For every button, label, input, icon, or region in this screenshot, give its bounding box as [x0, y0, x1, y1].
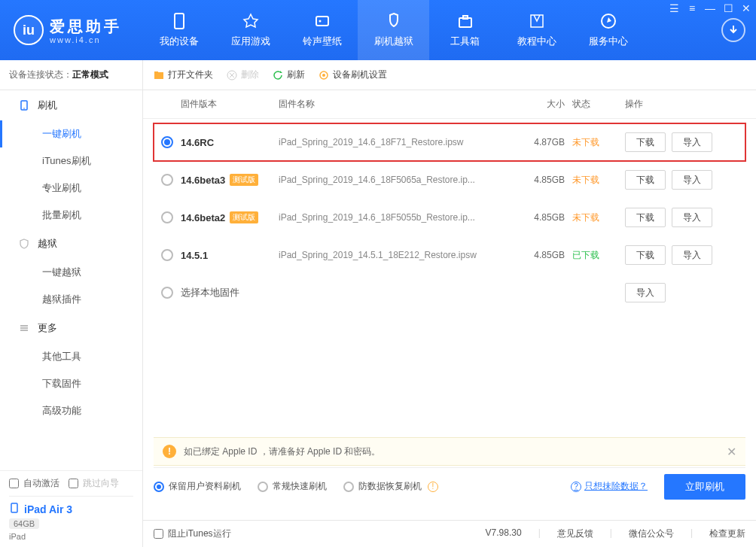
- sidebar-item[interactable]: 专业刷机: [0, 175, 142, 202]
- download-button[interactable]: 下载: [625, 245, 666, 265]
- row-status: 未下载: [572, 211, 625, 224]
- radio-icon[interactable]: [161, 249, 173, 261]
- row-filename: iPad_Spring_2019_14.6_18F5065a_Restore.i…: [279, 175, 512, 185]
- footer: 阻止iTunes运行 V7.98.30 | 意见反馈 | 微信公众号 | 检查更…: [143, 520, 756, 547]
- device-block[interactable]: iPad Air 3 64GB iPad: [9, 496, 133, 541]
- nav-item-3[interactable]: 刷机越狱: [358, 0, 429, 60]
- folder-icon: [154, 70, 164, 81]
- radio-icon[interactable]: [161, 211, 173, 223]
- auto-activate-row: 自动激活 跳过向导: [9, 477, 133, 490]
- row-version: 14.6beta3 测试版: [181, 174, 279, 186]
- refresh-button[interactable]: 刷新: [273, 68, 305, 81]
- table-row[interactable]: 14.6beta3 测试版iPad_Spring_2019_14.6_18F50…: [154, 161, 745, 199]
- menu-icon[interactable]: ☰: [669, 3, 679, 14]
- sidebar-item[interactable]: 一键越狱: [0, 259, 142, 286]
- table-row[interactable]: 14.6RCiPad_Spring_2019_14.6_18F71_Restor…: [154, 123, 745, 161]
- wipe-data-link[interactable]: ? 只想抹除数据？: [571, 480, 648, 493]
- table-row[interactable]: 14.6beta2 测试版iPad_Spring_2019_14.6_18F50…: [154, 199, 745, 236]
- sidebar-group-jailbreak[interactable]: 越狱: [0, 229, 142, 259]
- version-label: V7.98.30: [486, 527, 522, 540]
- svg-point-2: [319, 20, 321, 23]
- sidebar-item[interactable]: 一键刷机: [0, 120, 142, 147]
- option-keep-data[interactable]: 保留用户资料刷机: [154, 480, 241, 493]
- sidebar-group-flash[interactable]: 刷机: [0, 90, 142, 120]
- col-name: 固件名称: [279, 98, 512, 111]
- beta-tag: 测试版: [230, 211, 258, 223]
- device-storage: 64GB: [9, 518, 39, 529]
- block-itunes-checkbox[interactable]: [154, 529, 163, 539]
- warning-text: 如已绑定 Apple ID ，请准备好 Apple ID 和密码。: [184, 445, 380, 458]
- option-normal[interactable]: 常规快速刷机: [258, 480, 327, 493]
- nav-icon: [598, 12, 619, 30]
- warning-icon: !: [163, 445, 176, 458]
- nav-item-6[interactable]: 服务中心: [572, 0, 644, 60]
- settings-button[interactable]: 设备刷机设置: [319, 68, 387, 81]
- app-name: 爱思助手: [50, 17, 122, 37]
- flash-now-button[interactable]: 立即刷机: [664, 474, 745, 500]
- header: iu 爱思助手 www.i4.cn 我的设备应用游戏铃声壁纸刷机越狱工具箱教程中…: [0, 0, 756, 60]
- sidebar-group-label: 更多: [38, 321, 57, 335]
- auto-activate-checkbox[interactable]: [9, 479, 19, 488]
- delete-button[interactable]: 删除: [227, 68, 259, 81]
- nav-icon: [526, 12, 547, 30]
- nav-icon: [383, 12, 404, 30]
- nav-item-1[interactable]: 应用游戏: [215, 0, 286, 60]
- radio-icon[interactable]: [161, 174, 173, 186]
- sidebar-item[interactable]: iTunes刷机: [0, 147, 142, 175]
- download-button[interactable]: 下载: [625, 170, 666, 190]
- minimize-icon[interactable]: —: [705, 3, 715, 14]
- nav-icon: [455, 12, 476, 30]
- sidebar-item[interactable]: 下载固件: [0, 370, 142, 397]
- beta-tag: 测试版: [230, 174, 258, 186]
- row-size: 4.87GB: [512, 137, 572, 147]
- row-version: 选择本地固件: [181, 286, 279, 299]
- sidebar-item[interactable]: 其他工具: [0, 343, 142, 370]
- close-icon[interactable]: ✕: [741, 3, 751, 14]
- info-icon[interactable]: !: [428, 482, 438, 492]
- download-button[interactable]: 下载: [625, 132, 666, 152]
- skip-guide-checkbox[interactable]: [69, 479, 78, 488]
- nav-item-4[interactable]: 工具箱: [429, 0, 501, 60]
- nav-item-0[interactable]: 我的设备: [143, 0, 215, 60]
- table-row-local[interactable]: 选择本地固件导入: [154, 274, 745, 311]
- option-recover[interactable]: 防数据恢复刷机 !: [343, 480, 438, 493]
- maximize-icon[interactable]: ☐: [723, 3, 733, 14]
- feedback-link[interactable]: 意见反馈: [557, 527, 593, 540]
- open-folder-button[interactable]: 打开文件夹: [154, 68, 213, 81]
- device-icon: [9, 503, 20, 515]
- import-button[interactable]: 导入: [672, 208, 712, 227]
- toolbar: 打开文件夹 删除 刷新 设备刷机设置: [143, 60, 756, 90]
- radio-icon[interactable]: [161, 287, 173, 299]
- nav-item-5[interactable]: 教程中心: [501, 0, 572, 60]
- svg-rect-1: [316, 17, 328, 26]
- table-row[interactable]: 14.5.1iPad_Spring_2019_14.5.1_18E212_Res…: [154, 236, 745, 274]
- import-button[interactable]: 导入: [672, 245, 712, 265]
- radio-icon: [258, 482, 268, 492]
- logo: iu 爱思助手 www.i4.cn: [0, 15, 143, 45]
- download-button[interactable]: 下载: [625, 208, 666, 227]
- more-icon: [18, 322, 30, 334]
- warning-close-icon[interactable]: ✕: [727, 445, 736, 459]
- import-button[interactable]: 导入: [672, 132, 712, 152]
- row-filename: iPad_Spring_2019_14.6_18F71_Restore.ipsw: [279, 137, 512, 147]
- connection-status: 设备连接状态： 正常模式: [0, 60, 142, 90]
- wechat-link[interactable]: 微信公众号: [629, 527, 674, 540]
- nav-label: 刷机越狱: [374, 35, 413, 48]
- list-icon[interactable]: ≡: [687, 3, 697, 14]
- sidebar-item[interactable]: 批量刷机: [0, 202, 142, 229]
- import-button[interactable]: 导入: [625, 283, 666, 302]
- import-button[interactable]: 导入: [672, 170, 712, 190]
- device-type: iPad: [9, 532, 26, 541]
- block-itunes-label: 阻止iTunes运行: [168, 527, 231, 540]
- sidebar: 设备连接状态： 正常模式 刷机 一键刷机iTunes刷机专业刷机批量刷机 越狱 …: [0, 60, 143, 547]
- sidebar-group-more[interactable]: 更多: [0, 313, 142, 343]
- sidebar-item[interactable]: 越狱插件: [0, 286, 142, 313]
- nav-item-2[interactable]: 铃声壁纸: [286, 0, 358, 60]
- radio-icon[interactable]: [161, 136, 173, 148]
- download-manager-icon[interactable]: [721, 18, 745, 42]
- row-filename: iPad_Spring_2019_14.5.1_18E212_Restore.i…: [279, 250, 512, 260]
- sidebar-item[interactable]: 高级功能: [0, 397, 142, 424]
- check-update-link[interactable]: 检查更新: [709, 527, 745, 540]
- svg-rect-8: [20, 325, 28, 327]
- row-status: 已下载: [572, 249, 625, 262]
